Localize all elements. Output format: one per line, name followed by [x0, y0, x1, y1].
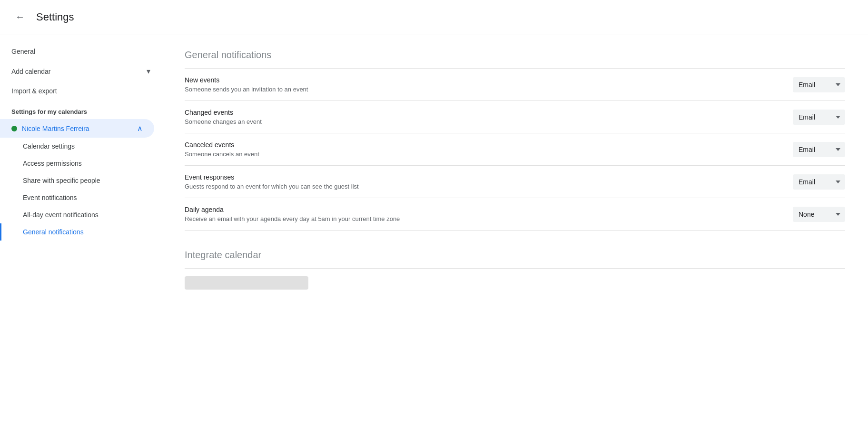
sidebar: General Add calendar ▾ Import & export S…: [0, 34, 162, 442]
notif-row-changed-events: Changed events Someone changes an event …: [185, 101, 845, 133]
notif-select-changed-events[interactable]: Email None: [793, 110, 845, 125]
page-title: Settings: [36, 11, 74, 23]
chevron-down-icon: ▾: [147, 67, 150, 76]
notif-label-canceled-events: Canceled events: [185, 141, 793, 149]
sidebar-item-add-calendar[interactable]: Add calendar ▾: [0, 61, 162, 81]
header: ← Settings: [0, 0, 868, 34]
notif-label-daily-agenda: Daily agenda: [185, 206, 793, 213]
sidebar-subitem-allday-notifications[interactable]: All-day event notifications: [0, 206, 162, 223]
notif-label-changed-events: Changed events: [185, 109, 793, 116]
chevron-up-icon: ∧: [137, 124, 143, 133]
notif-select-daily-agenda[interactable]: None Email: [793, 207, 845, 222]
notif-text-new-events: New events Someone sends you an invitati…: [185, 76, 793, 93]
main-layout: General Add calendar ▾ Import & export S…: [0, 34, 868, 442]
notif-label-event-responses: Event responses: [185, 173, 793, 181]
add-calendar-label: Add calendar: [11, 68, 51, 75]
notif-text-daily-agenda: Daily agenda Receive an email with your …: [185, 206, 793, 222]
sidebar-item-import-export[interactable]: Import & export: [0, 81, 162, 100]
sidebar-subitem-share-with-people[interactable]: Share with specific people: [0, 172, 162, 189]
sidebar-item-general[interactable]: General: [0, 42, 162, 61]
notif-select-new-events[interactable]: Email None: [793, 77, 845, 92]
sidebar-item-calendar-nicole[interactable]: Nicole Martins Ferreira ∧: [0, 119, 154, 138]
back-button[interactable]: ←: [11, 8, 29, 26]
sidebar-subitem-event-notifications[interactable]: Event notifications: [0, 189, 162, 206]
notif-desc-changed-events: Someone changes an event: [185, 118, 793, 125]
integrate-placeholder-area: [185, 269, 845, 290]
sidebar-subitem-access-permissions[interactable]: Access permissions: [0, 155, 162, 172]
section-gap: [185, 231, 845, 250]
notif-desc-daily-agenda: Receive an email with your agenda every …: [185, 215, 793, 222]
calendar-dot-icon: [11, 126, 17, 131]
notif-label-new-events: New events: [185, 76, 793, 84]
notif-row-canceled-events: Canceled events Someone cancels an event…: [185, 133, 845, 166]
notif-text-changed-events: Changed events Someone changes an event: [185, 109, 793, 125]
notif-desc-canceled-events: Someone cancels an event: [185, 151, 793, 158]
sidebar-subitem-calendar-settings[interactable]: Calendar settings: [0, 138, 162, 155]
notif-text-event-responses: Event responses Guests respond to an eve…: [185, 173, 793, 190]
notif-desc-new-events: Someone sends you an invitation to an ev…: [185, 86, 793, 93]
sidebar-section-my-calendars: Settings for my calendars: [0, 100, 162, 119]
sidebar-subitem-general-notifications[interactable]: General notifications: [0, 223, 162, 241]
calendar-name: Nicole Martins Ferreira: [22, 125, 132, 132]
notif-row-event-responses: Event responses Guests respond to an eve…: [185, 166, 845, 198]
notif-text-canceled-events: Canceled events Someone cancels an event: [185, 141, 793, 158]
general-notifications-title: General notifications: [185, 50, 845, 60]
notif-desc-event-responses: Guests respond to an event for which you…: [185, 183, 793, 190]
integrate-calendar-title: Integrate calendar: [185, 250, 845, 261]
notif-row-new-events: New events Someone sends you an invitati…: [185, 69, 845, 101]
content-area: General notifications New events Someone…: [162, 34, 868, 442]
notif-select-canceled-events[interactable]: Email None: [793, 142, 845, 157]
notif-row-daily-agenda: Daily agenda Receive an email with your …: [185, 198, 845, 231]
integrate-placeholder: [185, 276, 308, 290]
notif-select-event-responses[interactable]: Email None: [793, 174, 845, 190]
